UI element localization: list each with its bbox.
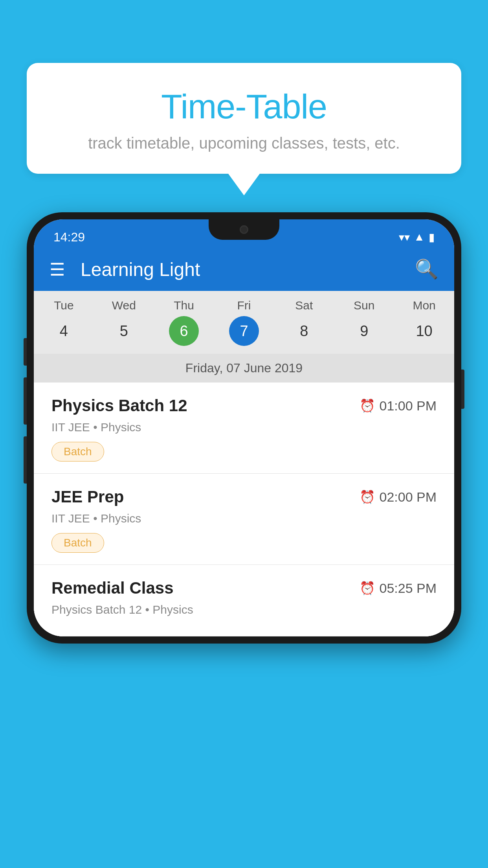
class-meta: IIT JEE • Physics [51,512,437,525]
clock-icon: ⏰ [360,489,375,504]
phone-screen: 14:29 ▾▾ ▲ ▮ ☰ Learning Light 🔍 Tue4Wed5… [34,219,454,636]
day-name: Thu [174,299,194,312]
front-camera [240,225,248,234]
volume-up-button [24,338,27,366]
day-number: 7 [229,316,259,346]
app-title: Learning Light [81,259,415,280]
calendar-day-tue[interactable]: Tue4 [34,299,94,354]
phone-frame: 14:29 ▾▾ ▲ ▮ ☰ Learning Light 🔍 Tue4Wed5… [27,212,461,644]
status-bar: 14:29 ▾▾ ▲ ▮ [34,219,454,248]
class-name: Remedial Class [51,579,174,598]
class-time: ⏰05:25 PM [360,581,437,596]
speech-bubble-arrow [228,174,260,195]
class-name: Physics Batch 12 [51,396,187,415]
class-item[interactable]: JEE Prep⏰02:00 PMIIT JEE • PhysicsBatch [34,474,454,565]
day-number: 6 [169,316,199,346]
batch-badge: Batch [51,442,104,462]
day-name: Mon [413,299,435,312]
clock-icon: ⏰ [360,581,375,596]
search-icon[interactable]: 🔍 [415,258,438,280]
day-number: 5 [109,316,139,346]
power-button [461,370,464,409]
class-meta: Physics Batch 12 • Physics [51,603,437,616]
silent-button [24,436,27,484]
class-time: ⏰01:00 PM [360,398,437,414]
calendar-day-sat[interactable]: Sat8 [274,299,334,354]
day-name: Wed [112,299,136,312]
day-number: 10 [409,316,439,346]
selected-date-label: Friday, 07 June 2019 [34,354,454,383]
calendar-day-thu[interactable]: Thu6 [154,299,214,354]
class-time-text: 01:00 PM [379,398,437,414]
class-time: ⏰02:00 PM [360,489,437,505]
volume-down-button [24,377,27,425]
class-list: Physics Batch 12⏰01:00 PMIIT JEE • Physi… [34,383,454,636]
speech-bubble-card: Time-Table track timetable, upcoming cla… [27,63,461,174]
signal-icon: ▲ [414,231,425,243]
battery-icon: ▮ [429,231,435,244]
wifi-icon: ▾▾ [399,231,410,244]
calendar-day-fri[interactable]: Fri7 [214,299,274,354]
day-number: 4 [49,316,79,346]
day-name: Sat [295,299,313,312]
class-time-text: 05:25 PM [379,581,437,596]
calendar-day-sun[interactable]: Sun9 [334,299,394,354]
batch-badge: Batch [51,533,104,553]
day-name: Sun [354,299,374,312]
class-item[interactable]: Physics Batch 12⏰01:00 PMIIT JEE • Physi… [34,383,454,474]
speech-bubble-section: Time-Table track timetable, upcoming cla… [27,63,461,195]
day-number: 9 [349,316,379,346]
class-name: JEE Prep [51,487,124,506]
day-name: Fri [237,299,251,312]
calendar-week-row: Tue4Wed5Thu6Fri7Sat8Sun9Mon10 [34,291,454,354]
app-bar: ☰ Learning Light 🔍 [34,248,454,291]
status-icons: ▾▾ ▲ ▮ [399,231,435,244]
status-time: 14:29 [53,230,85,245]
calendar-day-mon[interactable]: Mon10 [394,299,454,354]
class-meta: IIT JEE • Physics [51,421,437,434]
phone-notch [209,219,279,240]
class-item[interactable]: Remedial Class⏰05:25 PMPhysics Batch 12 … [34,565,454,636]
class-time-text: 02:00 PM [379,489,437,505]
speech-bubble-title: Time-Table [50,86,438,127]
calendar-day-wed[interactable]: Wed5 [94,299,154,354]
day-number: 8 [289,316,319,346]
day-name: Tue [54,299,74,312]
clock-icon: ⏰ [360,398,375,413]
speech-bubble-subtitle: track timetable, upcoming classes, tests… [50,134,438,152]
hamburger-menu-icon[interactable]: ☰ [50,259,65,280]
